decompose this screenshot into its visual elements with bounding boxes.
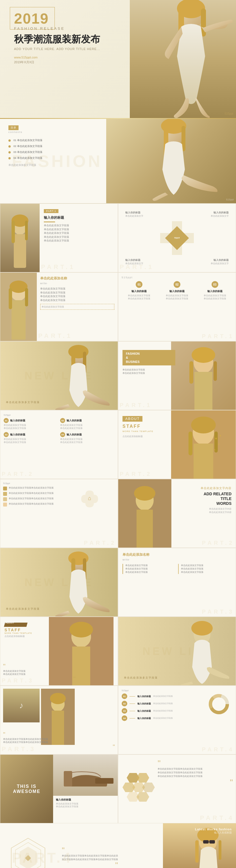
svg-rect-33 (194, 443, 213, 479)
svg-rect-34 (189, 431, 193, 455)
slide15-more: MORE THAN TEMPLATE (4, 632, 32, 634)
dot-2 (8, 145, 11, 148)
slide11-icon2 (3, 492, 7, 496)
slide9-bg-label: PART.2 (2, 471, 34, 477)
dot-3 (8, 151, 11, 153)
slide9-body2: 单击此处添加文字段落单击此处添加文字段落 (60, 424, 114, 430)
slide11-text1: 单击此处添加文字段落单击此处添加文字段落 (9, 486, 54, 489)
content-text-3: 03 单击此处添加文字段落 (13, 150, 42, 154)
slide6-num1: 01 (136, 281, 142, 288)
svg-point-26 (192, 347, 215, 363)
final-quote-close: " (62, 861, 118, 868)
svg-rect-27 (194, 372, 212, 410)
slide14-section-title: 单击此处添加名称 (123, 552, 232, 557)
slide9-body4: 单击此处添加文字段落单击此处添加文字段落 (60, 438, 114, 444)
slide11-deco: ⌂ (78, 488, 101, 510)
slide14-body2: 单击此处添加文字段落单击此处添加文字段落单击此处添加文字段落 (181, 564, 232, 574)
slide17-quote-area: " 单击此处添加文字段落单击此处添加文字段落单击此处添加文字段落单击此处添加文字… (3, 732, 115, 750)
final-right: fashion Latest Works fashion 输入人名或标题 (163, 823, 236, 868)
slide-12: 单击此处添加文字内容 ADD RELATEDTITLEWORDS 单击此处添加文… (118, 479, 236, 548)
final-quote-open: " (62, 846, 118, 854)
svg-point-54 (191, 621, 213, 636)
slide11-icon1 (3, 487, 7, 491)
svg-rect-19 (25, 288, 28, 306)
slide19-left-block: THIS ISAWESOME (0, 755, 53, 823)
slide19-body: 单击此处添加文字段落单击此处添加文字段落 (56, 803, 115, 808)
slide11-text2: 单击此处添加文字段落单击此处添加文字段落 (9, 492, 54, 495)
slide11-text4: 单击此处添加文字段落单击此处添加文字段落 (9, 502, 54, 505)
svg-rect-17 (11, 300, 26, 340)
svg-point-32 (191, 416, 216, 433)
svg-rect-64 (95, 778, 113, 784)
slide10-about: ABOUT (123, 416, 142, 422)
slide3-body: 单击此处添加文字段落单击此处添加文字段落单击此处添加文字段落单击此处添加文字段落… (44, 224, 113, 243)
slide9-body1: 单击此处添加文字段落单击此处添加文字段落 (4, 424, 58, 430)
slide6-col1: 01 输入你的标题 单击此处添加文字段落单击此处添加文字段落 (122, 281, 157, 330)
slide-final: PART.4 ◆ " 单击此处添加文字段落单击此处添加文字段落单击此处添加文字段… (0, 823, 236, 868)
slide6-body3: 单击此处添加文字段落单击此处添加文字段落 (197, 294, 232, 300)
slide14-col1: 单击此处添加文字段落单击此处添加文字段落单击此处添加文字段落 (123, 564, 176, 574)
svg-rect-13 (25, 221, 28, 240)
slide9-title1: 输入你的标题 (10, 419, 25, 423)
slide6-title1: 输入你的标题 (122, 289, 157, 293)
slide18-body3: 单击此处添加文字段落 (153, 710, 173, 712)
svg-point-37 (218, 443, 220, 445)
svg-rect-80 (209, 840, 215, 843)
cover-add-title: ADD YOUR TITLE HERE. ADD YOUR TITLE HERE… (14, 47, 122, 51)
contents-sub-text: 单击此处添加多文字段落 (8, 163, 42, 167)
slide17-quote-text: 单击此处添加文字段落单击此处添加文字段落单击此处添加文字段落单击此处添加文字段落 (3, 738, 115, 744)
svg-rect-83 (218, 840, 222, 860)
slide8-content: FASHION&BUSINES 单击此处添加文字段落单击此处添加文字段落 (123, 350, 175, 375)
cover-website: www.515ppt.com (14, 56, 122, 59)
slide8-photo (171, 342, 236, 410)
slide-11: PART.2 515ppt ⌂ 单击此处添加文字段落单击此处添加文字段落 单击此… (0, 479, 118, 548)
content-text-2: 02 单击此处添加文字段落 (13, 145, 42, 148)
slides-grid: PART.1 PART.1 输入你的标题 单击此处添加文字段落单击此处添加文字段… (0, 204, 236, 823)
slide18-line3 (130, 711, 135, 711)
slide18-body4: 单击此处添加文字段落 (153, 717, 173, 720)
slide5-bg-label: PART.1 (38, 332, 72, 340)
slide20-quote-text: 单击此处添加文字段落单击此处添加文字段落单击此处添加文字段落单击此处添加文字段落… (158, 767, 233, 778)
slide15-quote-open: " (3, 663, 75, 670)
slide-7: NEW LIFE 单击此处添加多文字段落 (0, 341, 118, 410)
slide18-title3: 输入你的标题 (137, 710, 151, 713)
slide5-content: PART.1 单击此处添加名称 write· 单击此处添加文字段落单击此处添加文… (37, 273, 118, 341)
slide8-label: FASHION&BUSINES (123, 350, 175, 365)
slide10-bg-label: PART.2 (120, 471, 152, 477)
slide18-title1: 输入你的标题 (137, 695, 151, 698)
slide15-about: ABOUT (5, 621, 14, 624)
contents-list: 01 单击此处添加文字段落 02 单击此处添加文字段落 03 单击此处添加文字段… (8, 138, 42, 167)
slide6-body2: 单击此处添加文字段落单击此处添加文字段落 (160, 294, 195, 300)
final-latest-works: Latest Works fashion (195, 828, 232, 831)
slide5-body: 单击此处添加文字段落单击此处添加文字段落单击此处添加文字段落单击此处添加文字段落 (40, 287, 114, 302)
svg-point-51 (69, 622, 93, 638)
slide9-num2: 02 (60, 418, 65, 423)
slide9-num4: 04 (60, 432, 65, 437)
slide-16: NEW LIFE 单击此处添加多文字段落 (118, 617, 236, 686)
content-text-4: 04 单击此处添加文字段落 (13, 156, 42, 160)
slide6-title2: 输入你的标题 (160, 289, 195, 293)
svg-point-39 (220, 435, 221, 436)
svg-rect-10 (14, 234, 26, 268)
cover-watermark: 515ppt (225, 112, 233, 115)
svg-point-36 (215, 438, 217, 439)
cover-main-title: 秋季潮流服装新发布 (14, 33, 122, 45)
slide20-hex-grid (121, 772, 155, 806)
slide18-line4 (130, 718, 135, 718)
cover-slide: 2019 FASHION RELEASE 秋季潮流服装新发布 ADD YOUR … (0, 0, 236, 118)
slide6-bg-label: PART.1 (202, 333, 234, 340)
slide5-section-title: 单击此处添加名称 (40, 276, 114, 281)
slide6-watermark: 515ppt (122, 276, 232, 279)
svg-rect-82 (195, 840, 199, 863)
slide6-num2: 02 (174, 281, 180, 288)
slide11-watermark: 515ppt (3, 482, 115, 485)
slide3-bg-label: PART.1 (41, 264, 75, 271)
final-quote-area: " 单击此处添加文字段落单击此处添加文字段落单击此处添加文字段落单击此处添加文字… (56, 823, 163, 868)
slide4-item2: 输入你的标题单击此处添加文字 (211, 211, 229, 218)
slide14-body1: 单击此处添加文字段落单击此处添加文字段落单击此处添加文字段落 (125, 564, 176, 574)
slide17-music-icon: ♪ (20, 701, 24, 710)
slide6-col3: 03 输入你的标题 单击此处添加文字段落单击此处添加文字段落 (197, 281, 232, 330)
slide10-staff: STAFF (123, 424, 172, 429)
slide14-write: write· (123, 558, 232, 561)
slide15-click: 点击此处添加副标题 (4, 635, 32, 638)
